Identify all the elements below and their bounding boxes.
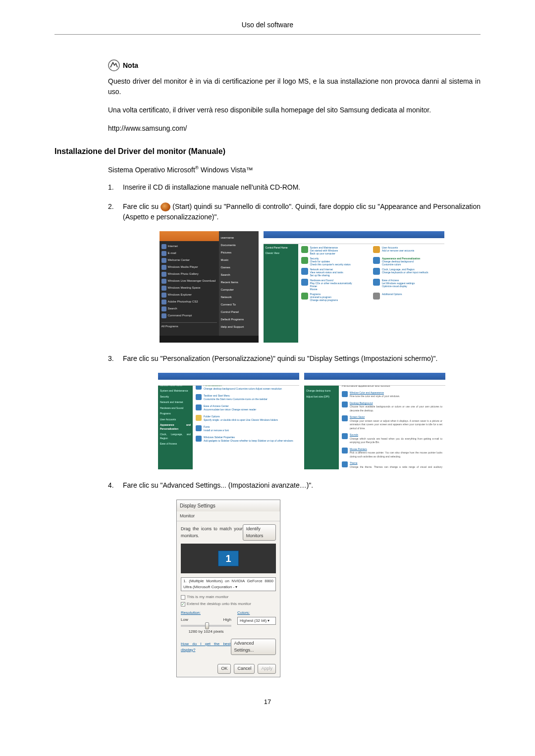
- note-para-1: Questo driver del monitor è in via di ce…: [108, 76, 481, 97]
- res-high: High: [223, 617, 231, 623]
- step-4: Fare clic su "Advanced Settings... (Impo…: [108, 480, 481, 677]
- step-3: Fare clic su "Personalization (Personali…: [108, 353, 481, 469]
- cp-side-title: Control Panel Home: [266, 246, 296, 250]
- colors-select[interactable]: Highest (32 bit) ▾: [237, 617, 276, 625]
- step2-text-b: (Start) quindi su "Pannello di controllo…: [123, 202, 481, 221]
- pers-items: Personalize appearance and sounds Window…: [339, 373, 445, 469]
- monitor-1-box[interactable]: 1: [218, 551, 239, 566]
- res-low: Low: [181, 617, 188, 623]
- appearance-side: Control Panel HomeSystem and Maintenance…: [158, 373, 193, 469]
- step3-text: Fare clic su "Personalization (Personali…: [123, 354, 437, 362]
- dlg-instruction: Drag the icons to match your monitors.: [181, 526, 243, 539]
- step-2: Fare clic su (Start) quindi su "Pannello…: [108, 202, 481, 343]
- resolution-label: Resolution:: [181, 610, 231, 616]
- cancel-button[interactable]: Cancel: [234, 664, 255, 674]
- os-suffix: Windows Vista™: [199, 166, 253, 174]
- note-label: Nota: [123, 60, 138, 71]
- os-prefix: Sistema Operativo Microsoft: [108, 166, 195, 174]
- step-1: Inserire il CD di installazione manuale …: [108, 182, 481, 193]
- cp-side-item: Classic View: [266, 252, 296, 255]
- help-link[interactable]: How do I get the best display?: [181, 641, 231, 653]
- adapter-select[interactable]: 1. (Multiple Monitors) on NVIDIA GeForce…: [181, 577, 276, 591]
- main-monitor-checkbox[interactable]: This is my main monitor: [181, 594, 276, 600]
- note-para-2: Una volta certificato, il driver verrà r…: [108, 105, 481, 115]
- apply-button[interactable]: Apply: [258, 664, 276, 674]
- section-heading: Installazione del Driver del monitor (Ma…: [54, 146, 481, 157]
- note-url: http://www.samsung.com/: [108, 123, 481, 134]
- note-icon: [108, 59, 120, 71]
- figure-control-panel: Control Panel Home Classic View System a…: [264, 231, 444, 343]
- monitor-preview: 1: [181, 544, 276, 573]
- page-number: 17: [54, 697, 481, 707]
- appearance-items: PersonalizationChange desktop background…: [193, 373, 299, 469]
- figure-start-menu: InternetE-mailWelcome CenterWindows Medi…: [160, 231, 259, 343]
- cp-categories: System and MaintenanceGet started with W…: [298, 231, 444, 343]
- step2-text-a: Fare clic su: [123, 202, 160, 210]
- dlg-tab: Monitor: [177, 511, 280, 522]
- figure-display-settings-dialog: Display Settings Monitor Drag the icons …: [176, 500, 280, 677]
- figure-appearance-panel: Control Panel HomeSystem and Maintenance…: [158, 373, 299, 469]
- all-programs: All Programs: [161, 322, 217, 329]
- dlg-title: Display Settings: [177, 500, 280, 511]
- start-orb-icon: [160, 202, 170, 211]
- pers-side: Tasks Change desktop iconsAdjust font si…: [304, 373, 339, 469]
- resolution-value: 1280 by 1024 pixels: [181, 629, 231, 635]
- figure-personalization-panel: Tasks Change desktop iconsAdjust font si…: [304, 373, 445, 469]
- resolution-slider[interactable]: [181, 625, 231, 627]
- page-header: Uso del software: [54, 20, 481, 35]
- extend-desktop-checkbox[interactable]: Extend the desktop onto this monitor: [181, 601, 276, 607]
- os-line: Sistema Operativo Microsoft® Windows Vis…: [108, 164, 481, 175]
- step4-text: Fare clic su "Advanced Settings... (Impo…: [123, 481, 313, 489]
- start-items-left: InternetE-mailWelcome CenterWindows Medi…: [161, 243, 217, 319]
- colors-label: Colors:: [237, 610, 276, 616]
- advanced-settings-button[interactable]: Advanced Settings...: [231, 639, 276, 655]
- start-items-right: usernameDocumentsPicturesMusicGamesSearc…: [219, 231, 259, 343]
- ok-button[interactable]: OK: [217, 664, 231, 674]
- identify-monitors-button[interactable]: Identify Monitors: [243, 524, 276, 541]
